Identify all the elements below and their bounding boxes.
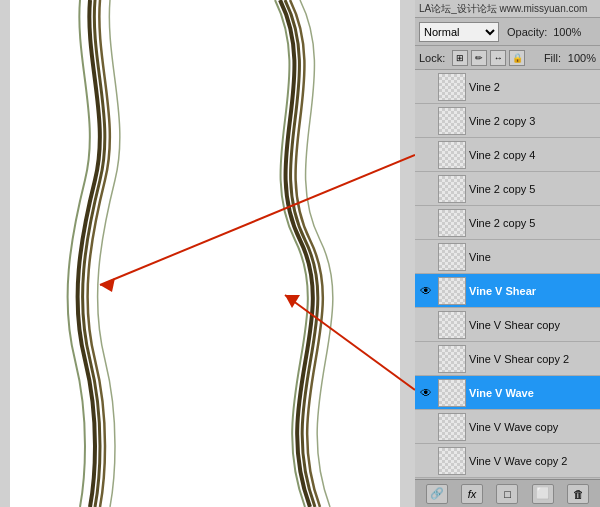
- opacity-value: 100%: [551, 26, 581, 38]
- layer-visibility-icon[interactable]: [417, 418, 435, 436]
- layer-thumbnail: [438, 345, 466, 373]
- layers-toolbar: 🔗 fx □ ⬜ 🗑: [415, 479, 600, 507]
- layer-item[interactable]: Vine 2 copy 3: [415, 104, 600, 138]
- new-layer-button[interactable]: ⬜: [532, 484, 554, 504]
- layer-name: Vine V Wave: [469, 387, 598, 399]
- layer-thumbnail: [438, 379, 466, 407]
- lock-draw-icon[interactable]: ✏: [471, 50, 487, 66]
- panels-area: LA论坛_设计论坛 www.missyuan.com Normal Multip…: [415, 0, 600, 507]
- layer-name: Vine V Shear copy: [469, 319, 598, 331]
- new-group-button[interactable]: □: [496, 484, 518, 504]
- layer-name: Vine 2 copy 5: [469, 183, 598, 195]
- layer-thumbnail: [438, 141, 466, 169]
- layer-thumbnail: [438, 107, 466, 135]
- fill-label: Fill:: [544, 52, 561, 64]
- layer-visibility-icon[interactable]: [417, 452, 435, 470]
- layer-name: Vine V Wave copy 2: [469, 455, 598, 467]
- layer-name: Vine V Wave copy: [469, 421, 598, 433]
- watermark-text: LA论坛_设计论坛 www.missyuan.com: [419, 2, 587, 16]
- layer-thumbnail: [438, 209, 466, 237]
- layer-item[interactable]: Vine: [415, 240, 600, 274]
- layer-visibility-icon[interactable]: 👁: [417, 384, 435, 402]
- layer-item[interactable]: 👁Vine V Shear: [415, 274, 600, 308]
- link-layers-button[interactable]: 🔗: [426, 484, 448, 504]
- fx-button[interactable]: fx: [461, 484, 483, 504]
- layer-item[interactable]: Vine V Wave copy: [415, 410, 600, 444]
- delete-layer-button[interactable]: 🗑: [567, 484, 589, 504]
- layer-thumbnail: [438, 73, 466, 101]
- layer-item[interactable]: Vine 2: [415, 70, 600, 104]
- layer-item[interactable]: Vine V Shear copy: [415, 308, 600, 342]
- layer-item[interactable]: Vine V Shear copy 2: [415, 342, 600, 376]
- canvas-area: [0, 0, 415, 507]
- lock-label: Lock:: [419, 52, 445, 64]
- layer-name: Vine: [469, 251, 598, 263]
- blend-mode-row: Normal Multiply Screen Opacity: 100%: [415, 18, 600, 46]
- layer-name: Vine 2 copy 4: [469, 149, 598, 161]
- layer-visibility-icon[interactable]: [417, 78, 435, 96]
- layer-item[interactable]: Vine 2 copy 5: [415, 172, 600, 206]
- layer-thumbnail: [438, 277, 466, 305]
- layer-visibility-icon[interactable]: [417, 350, 435, 368]
- layer-thumbnail: [438, 175, 466, 203]
- fill-value: 100%: [564, 52, 596, 64]
- lock-all-icon[interactable]: 🔒: [509, 50, 525, 66]
- layer-visibility-icon[interactable]: [417, 248, 435, 266]
- opacity-label: Opacity:: [507, 26, 547, 38]
- layer-thumbnail: [438, 447, 466, 475]
- lock-pixel-icon[interactable]: ⊞: [452, 50, 468, 66]
- lock-move-icon[interactable]: ↔: [490, 50, 506, 66]
- layer-visibility-icon[interactable]: [417, 146, 435, 164]
- layer-visibility-icon[interactable]: [417, 112, 435, 130]
- layer-name: Vine 2 copy 5: [469, 217, 598, 229]
- layer-name: Vine 2 copy 3: [469, 115, 598, 127]
- blend-mode-select[interactable]: Normal Multiply Screen: [419, 22, 499, 42]
- layer-item[interactable]: Vine V Wave copy 2: [415, 444, 600, 478]
- layer-name: Vine V Shear copy 2: [469, 353, 598, 365]
- svg-rect-0: [10, 0, 400, 507]
- layer-visibility-icon[interactable]: [417, 180, 435, 198]
- layers-list: Vine 2Vine 2 copy 3Vine 2 copy 4Vine 2 c…: [415, 70, 600, 479]
- layer-item[interactable]: 👁Vine V Wave: [415, 376, 600, 410]
- layer-thumbnail: [438, 413, 466, 441]
- layer-thumbnail: [438, 243, 466, 271]
- layer-visibility-icon[interactable]: 👁: [417, 282, 435, 300]
- layer-visibility-icon[interactable]: [417, 214, 435, 232]
- watermark-bar: LA论坛_设计论坛 www.missyuan.com: [415, 0, 600, 18]
- layer-name: Vine V Shear: [469, 285, 598, 297]
- lock-row: Lock: ⊞ ✏ ↔ 🔒 Fill: 100%: [415, 46, 600, 70]
- layer-visibility-icon[interactable]: [417, 316, 435, 334]
- layer-name: Vine 2: [469, 81, 598, 93]
- layer-thumbnail: [438, 311, 466, 339]
- layer-item[interactable]: Vine 2 copy 5: [415, 206, 600, 240]
- layer-item[interactable]: Vine 2 copy 4: [415, 138, 600, 172]
